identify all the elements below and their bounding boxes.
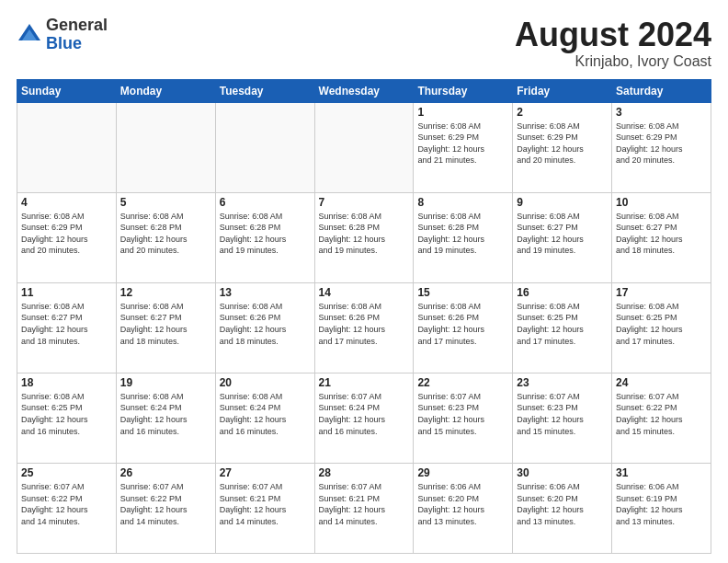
day-info: Sunrise: 6:07 AM Sunset: 6:22 PM Dayligh… [120,481,211,527]
weekday-header: Wednesday [314,79,414,102]
weekday-header: Tuesday [215,79,314,102]
day-number: 3 [616,106,707,119]
calendar-week-row: 11Sunrise: 6:08 AM Sunset: 6:27 PM Dayli… [17,282,711,373]
day-number: 11 [21,286,112,299]
weekday-header: Friday [513,79,612,102]
logo-text: General Blue [46,17,108,53]
calendar-day-cell: 20Sunrise: 6:08 AM Sunset: 6:24 PM Dayli… [215,373,314,463]
calendar-day-cell: 12Sunrise: 6:08 AM Sunset: 6:27 PM Dayli… [116,282,215,373]
day-number: 28 [319,466,410,479]
day-number: 7 [319,196,410,209]
day-number: 21 [319,376,410,389]
day-info: Sunrise: 6:06 AM Sunset: 6:20 PM Dayligh… [517,481,608,527]
calendar-header-row: SundayMondayTuesdayWednesdayThursdayFrid… [17,79,711,102]
day-info: Sunrise: 6:08 AM Sunset: 6:28 PM Dayligh… [220,211,311,257]
day-info: Sunrise: 6:08 AM Sunset: 6:24 PM Dayligh… [220,391,311,437]
logo: General Blue [17,17,108,53]
day-info: Sunrise: 6:08 AM Sunset: 6:27 PM Dayligh… [616,211,707,257]
day-info: Sunrise: 6:07 AM Sunset: 6:21 PM Dayligh… [220,481,311,527]
day-number: 6 [220,196,311,209]
calendar-day-cell: 13Sunrise: 6:08 AM Sunset: 6:26 PM Dayli… [215,282,314,373]
calendar-day-cell [17,102,117,192]
day-info: Sunrise: 6:08 AM Sunset: 6:25 PM Dayligh… [21,391,112,437]
calendar-day-cell: 24Sunrise: 6:07 AM Sunset: 6:22 PM Dayli… [612,373,711,463]
calendar-day-cell: 10Sunrise: 6:08 AM Sunset: 6:27 PM Dayli… [612,192,711,282]
calendar-day-cell [215,102,314,192]
day-number: 2 [517,106,608,119]
calendar-day-cell: 6Sunrise: 6:08 AM Sunset: 6:28 PM Daylig… [215,192,314,282]
day-number: 10 [616,196,707,209]
weekday-header: Saturday [612,79,711,102]
day-info: Sunrise: 6:06 AM Sunset: 6:20 PM Dayligh… [417,481,508,527]
calendar-day-cell: 29Sunrise: 6:06 AM Sunset: 6:20 PM Dayli… [414,463,513,553]
day-info: Sunrise: 6:08 AM Sunset: 6:25 PM Dayligh… [517,301,608,347]
calendar-day-cell: 9Sunrise: 6:08 AM Sunset: 6:27 PM Daylig… [513,192,612,282]
weekday-header: Monday [116,79,215,102]
day-info: Sunrise: 6:07 AM Sunset: 6:23 PM Dayligh… [417,391,508,437]
logo-blue: Blue [46,34,82,52]
calendar-day-cell: 2Sunrise: 6:08 AM Sunset: 6:29 PM Daylig… [513,102,612,192]
calendar-day-cell: 11Sunrise: 6:08 AM Sunset: 6:27 PM Dayli… [17,282,117,373]
day-info: Sunrise: 6:08 AM Sunset: 6:29 PM Dayligh… [616,121,707,167]
calendar-day-cell: 28Sunrise: 6:07 AM Sunset: 6:21 PM Dayli… [314,463,414,553]
day-number: 23 [517,376,608,389]
calendar-day-cell: 25Sunrise: 6:07 AM Sunset: 6:22 PM Dayli… [17,463,117,553]
day-number: 30 [517,466,608,479]
day-number: 14 [319,286,410,299]
calendar-day-cell: 3Sunrise: 6:08 AM Sunset: 6:29 PM Daylig… [612,102,711,192]
calendar-day-cell [314,102,414,192]
day-info: Sunrise: 6:08 AM Sunset: 6:29 PM Dayligh… [417,121,508,167]
day-info: Sunrise: 6:08 AM Sunset: 6:26 PM Dayligh… [417,301,508,347]
day-info: Sunrise: 6:07 AM Sunset: 6:21 PM Dayligh… [319,481,410,527]
calendar-table: SundayMondayTuesdayWednesdayThursdayFrid… [17,79,711,554]
calendar-day-cell: 1Sunrise: 6:08 AM Sunset: 6:29 PM Daylig… [414,102,513,192]
calendar-day-cell: 7Sunrise: 6:08 AM Sunset: 6:28 PM Daylig… [314,192,414,282]
calendar-day-cell [116,102,215,192]
day-number: 26 [120,466,211,479]
weekday-header: Thursday [414,79,513,102]
main-title: August 2024 [515,17,711,53]
calendar-day-cell: 30Sunrise: 6:06 AM Sunset: 6:20 PM Dayli… [513,463,612,553]
header: General Blue August 2024 Krinjabo, Ivory… [17,17,711,70]
day-number: 31 [616,466,707,479]
day-number: 1 [417,106,508,119]
day-info: Sunrise: 6:08 AM Sunset: 6:27 PM Dayligh… [120,301,211,347]
day-info: Sunrise: 6:08 AM Sunset: 6:25 PM Dayligh… [616,301,707,347]
day-info: Sunrise: 6:08 AM Sunset: 6:28 PM Dayligh… [417,211,508,257]
day-number: 19 [120,376,211,389]
calendar-day-cell: 4Sunrise: 6:08 AM Sunset: 6:29 PM Daylig… [17,192,117,282]
day-number: 12 [120,286,211,299]
calendar-day-cell: 15Sunrise: 6:08 AM Sunset: 6:26 PM Dayli… [414,282,513,373]
day-number: 15 [417,286,508,299]
day-number: 5 [120,196,211,209]
day-number: 29 [417,466,508,479]
day-number: 16 [517,286,608,299]
calendar-day-cell: 22Sunrise: 6:07 AM Sunset: 6:23 PM Dayli… [414,373,513,463]
calendar-day-cell: 17Sunrise: 6:08 AM Sunset: 6:25 PM Dayli… [612,282,711,373]
calendar-day-cell: 5Sunrise: 6:08 AM Sunset: 6:28 PM Daylig… [116,192,215,282]
day-info: Sunrise: 6:07 AM Sunset: 6:22 PM Dayligh… [616,391,707,437]
calendar-day-cell: 19Sunrise: 6:08 AM Sunset: 6:24 PM Dayli… [116,373,215,463]
page: General Blue August 2024 Krinjabo, Ivory… [0,0,728,563]
day-number: 27 [220,466,311,479]
day-info: Sunrise: 6:07 AM Sunset: 6:23 PM Dayligh… [517,391,608,437]
day-info: Sunrise: 6:08 AM Sunset: 6:28 PM Dayligh… [120,211,211,257]
calendar-day-cell: 16Sunrise: 6:08 AM Sunset: 6:25 PM Dayli… [513,282,612,373]
day-number: 18 [21,376,112,389]
day-info: Sunrise: 6:08 AM Sunset: 6:27 PM Dayligh… [21,301,112,347]
day-number: 17 [616,286,707,299]
calendar-week-row: 1Sunrise: 6:08 AM Sunset: 6:29 PM Daylig… [17,102,711,192]
day-number: 20 [220,376,311,389]
calendar-week-row: 4Sunrise: 6:08 AM Sunset: 6:29 PM Daylig… [17,192,711,282]
day-info: Sunrise: 6:08 AM Sunset: 6:24 PM Dayligh… [120,391,211,437]
day-info: Sunrise: 6:07 AM Sunset: 6:24 PM Dayligh… [319,391,410,437]
calendar-day-cell: 23Sunrise: 6:07 AM Sunset: 6:23 PM Dayli… [513,373,612,463]
calendar-day-cell: 18Sunrise: 6:08 AM Sunset: 6:25 PM Dayli… [17,373,117,463]
calendar-day-cell: 26Sunrise: 6:07 AM Sunset: 6:22 PM Dayli… [116,463,215,553]
title-block: August 2024 Krinjabo, Ivory Coast [515,17,711,70]
day-number: 25 [21,466,112,479]
day-number: 22 [417,376,508,389]
calendar-day-cell: 14Sunrise: 6:08 AM Sunset: 6:26 PM Dayli… [314,282,414,373]
calendar-day-cell: 31Sunrise: 6:06 AM Sunset: 6:19 PM Dayli… [612,463,711,553]
logo-general: General [46,16,108,34]
